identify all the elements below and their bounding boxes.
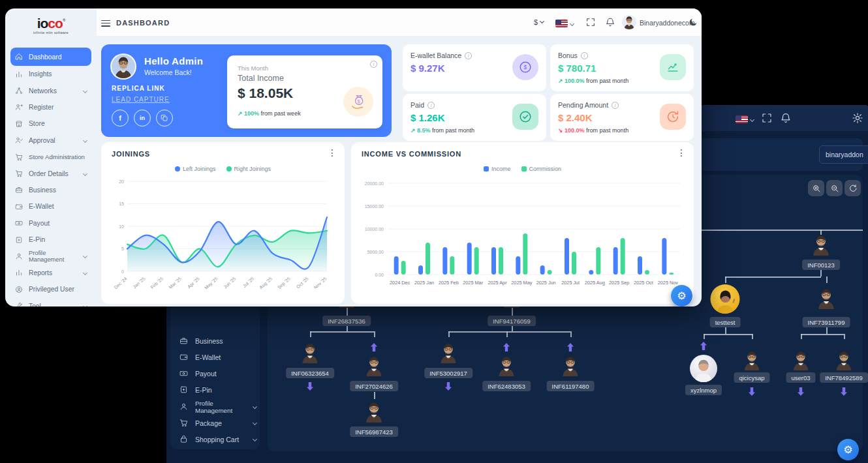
chart-legend: Left Joinings Right Joinings [101,166,345,172]
fullscreen-icon[interactable] [585,17,596,27]
sun-icon[interactable] [852,112,863,124]
dark-sidebar-item-ewallet[interactable]: E-Wallet [179,349,256,365]
kebab-menu-icon[interactable]: ⋮ [328,147,337,158]
sidebar-item-register[interactable]: Register [10,99,91,115]
svg-text:0: 0 [121,269,124,274]
zoom-in-button[interactable] [808,180,824,196]
tree-node-label[interactable]: user03 [786,372,815,383]
moon-icon[interactable] [688,17,698,27]
tree-node-label[interactable]: INF94176059 [488,316,536,326]
info-icon[interactable]: i [581,52,588,59]
bell-icon[interactable] [605,17,615,27]
info-icon[interactable]: i [612,102,619,109]
user-avatar[interactable] [622,15,636,29]
kebab-menu-icon[interactable]: ⋮ [677,147,686,158]
svg-text:2024 Dec: 2024 Dec [390,280,411,286]
tree-avatar[interactable] [790,350,811,370]
sidebar-item-business[interactable]: Business [10,182,91,198]
sidebar-item-privileged-user[interactable]: Privileged User [10,281,91,297]
dark-sidebar-item-profile-management[interactable]: Profile Management [179,398,256,415]
sidebar-item-profile-management[interactable]: Profile Management [10,248,91,264]
info-icon[interactable]: i [465,52,472,59]
stat-cards: E-wallet Balancei $ 9.27K $ Bonusi $ 780… [403,44,694,137]
lead-capture-link[interactable]: LEAD CAPTURE [112,96,170,103]
tree-avatar[interactable] [300,342,321,363]
svg-text:20000.00: 20000.00 [365,181,384,186]
svg-text:2025 Oct: 2025 Oct [634,280,653,286]
tree-node-label[interactable]: xyzlnmop [685,385,722,395]
tree-avatar[interactable] [496,355,518,376]
arrow-down-icon [445,382,452,391]
svg-text:0.00: 0.00 [375,273,384,277]
dark-sidebar-item-payout[interactable]: Payout [179,365,256,381]
svg-text:2025 Apr: 2025 Apr [488,280,507,286]
facebook-icon[interactable]: f [112,110,129,127]
svg-text:Dec '24: Dec '24 [114,276,128,290]
zoom-out-button[interactable] [826,180,843,196]
sidebar-item-store-administration[interactable]: Store Administration [10,149,91,165]
sidebar-item-networks[interactable]: Networks [10,82,91,98]
fullscreen-icon[interactable] [761,112,773,124]
admin-dashboard-window: ioco® infinite mlm software Dashboard In… [5,8,702,306]
tree-avatar[interactable] [711,284,740,314]
sidebar-item-order-details[interactable]: Order Details [10,165,91,181]
username[interactable]: Binaryaddonecom [640,19,695,27]
linkedin-icon[interactable]: in [134,110,151,127]
sidebar-item-store[interactable]: Store [10,115,91,132]
tree-node-label[interactable]: INF00123 [802,260,840,270]
sidebar-item-payout[interactable]: Payout [10,215,91,232]
theme-settings-fab[interactable]: ⚙ [671,285,692,306]
tree-node-label[interactable]: testtest [710,317,741,327]
svg-text:2025 Jan: 2025 Jan [414,280,434,286]
bell-icon[interactable] [780,112,792,124]
tree-node-label[interactable]: qicicysap [734,372,769,383]
language-flag-dropdown[interactable] [555,18,574,30]
tree-avatar[interactable] [810,233,832,256]
dark-sidebar-item-package[interactable]: Package [179,415,256,431]
tree-node-label[interactable]: INF56987423 [350,426,398,437]
sidebar-item-insights[interactable]: Insights [10,66,91,82]
sidebar-item-dashboard[interactable]: Dashboard [10,48,91,66]
language-flag-dropdown[interactable] [736,114,754,126]
sidebar-item-epin[interactable]: E-Pin [10,232,91,248]
tree-avatar[interactable] [364,355,385,376]
tree-node-label[interactable]: INF53002917 [424,368,473,378]
sidebar-item-ewallet[interactable]: E-Wallet [10,198,91,215]
sidebar-item-reports[interactable]: Reports [10,265,91,281]
sidebar-item-tool[interactable]: Tool [10,297,91,306]
zoom-reset-button[interactable] [845,180,861,196]
sidebar-item-approval[interactable]: Approval [10,132,91,149]
copy-link-icon[interactable] [156,110,173,127]
info-icon[interactable]: i [427,102,435,109]
tree-avatar[interactable] [815,287,837,309]
replica-link[interactable]: REPLICA LINK [112,85,165,92]
tree-node-label[interactable]: INF73911799 [803,317,850,327]
tree-avatar[interactable] [833,350,854,370]
hamburger-menu-icon[interactable] [101,18,110,28]
chevron-down-icon [253,437,257,441]
svg-text:2025 Feb: 2025 Feb [439,280,459,286]
svg-text:Apr '25: Apr '25 [187,276,201,290]
greeting-subtitle: Welcome Back! [144,68,192,76]
currency-dropdown[interactable]: $ [534,18,544,26]
tree-node-label[interactable]: INF62483053 [482,381,531,391]
tree-avatar[interactable] [741,350,762,370]
tree-node-label[interactable]: INF27024626 [350,381,398,391]
tree-node-label[interactable]: INF26837536 [322,316,371,326]
tree-avatar[interactable] [363,400,385,423]
dark-sidebar-item-epin[interactable]: E-Pin [179,381,256,398]
dark-sidebar-label: Package [195,419,222,427]
dark-sidebar-item-business[interactable]: Business [179,333,256,349]
chevron-down-icon [253,421,257,425]
tree-avatar[interactable] [438,342,459,363]
search-input[interactable] [819,145,868,164]
tree-avatar[interactable] [560,355,581,376]
theme-settings-fab[interactable]: ⚙ [837,439,859,460]
tree-connector [826,276,828,283]
tree-avatar[interactable] [690,355,717,382]
dark-sidebar-item-shopping-cart[interactable]: Shopping Cart [179,431,256,447]
tree-node-label[interactable]: INF61197480 [547,381,595,391]
tree-node-label[interactable]: INF06323654 [286,368,334,378]
tree-node-label[interactable]: INF78492589 [820,372,868,383]
info-icon[interactable]: i [370,61,377,68]
